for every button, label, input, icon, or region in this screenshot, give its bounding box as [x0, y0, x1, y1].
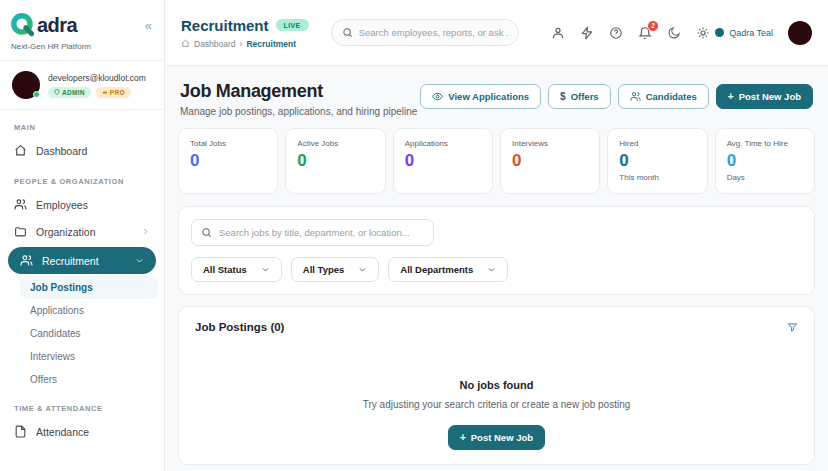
topbar-actions: 2 Qadra Teal: [551, 21, 812, 45]
filter-dropdowns: All Status All Types All Departments: [191, 257, 802, 282]
eye-icon: [432, 91, 443, 102]
theme-color-dot: [715, 28, 724, 37]
live-badge: LIVE: [276, 19, 309, 31]
empty-state: No jobs found Try adjusting your search …: [195, 379, 798, 450]
sidebar-nav: MAIN Dashboard PEOPLE & ORGANIZATION Emp…: [0, 110, 164, 445]
page-header-text: Job Management Manage job postings, appl…: [180, 81, 417, 117]
sidebar-subitem-applications[interactable]: Applications: [0, 299, 164, 322]
help-icon: [609, 26, 623, 40]
stat-sub: This month: [619, 173, 695, 182]
user-email: developers@kloudlot.com: [48, 73, 146, 83]
user-badges: ADMIN PRO: [48, 87, 146, 98]
sidebar: adra « Next-Gen HR Platform developers@k…: [0, 0, 165, 471]
notifications-button[interactable]: 2: [638, 26, 652, 40]
sidebar-item-attendance[interactable]: Attendance: [0, 418, 164, 445]
department-filter-value: All Departments: [400, 264, 473, 275]
jobs-search-input[interactable]: [219, 227, 424, 238]
brand-wordmark: adra: [37, 14, 77, 37]
funnel-icon: [787, 322, 798, 333]
chevron-down-icon: [358, 265, 367, 274]
page-actions: View Applications $ Offers Candidates + …: [420, 84, 813, 109]
admin-badge-label: ADMIN: [62, 89, 85, 96]
avatar: [12, 71, 40, 99]
section-label-time: TIME & ATTENDANCE: [0, 391, 164, 418]
global-search: [331, 19, 519, 46]
stat-card-avg-time-to-hire: Avg. Time to Hire 0 Days: [715, 128, 815, 194]
document-icon: [14, 425, 27, 438]
post-new-job-button[interactable]: + Post New Job: [716, 84, 813, 109]
admin-badge: ADMIN: [48, 87, 91, 98]
gear-icon: [696, 26, 710, 40]
sidebar-subitem-offers[interactable]: Offers: [0, 368, 164, 391]
breadcrumb-current: Recruitment: [246, 39, 296, 49]
brand-logo-icon: [10, 12, 36, 38]
profile-button[interactable]: [551, 26, 565, 40]
sidebar-item-dashboard[interactable]: Dashboard: [0, 137, 164, 164]
moon-icon: [667, 26, 681, 40]
stat-value: 0: [619, 151, 695, 171]
shield-icon: [54, 89, 60, 95]
brand-row: adra «: [0, 0, 164, 40]
sidebar-item-employees[interactable]: Employees: [0, 191, 164, 218]
search-icon: [342, 27, 353, 38]
stat-card-hired: Hired 0 This month: [607, 128, 707, 194]
view-applications-button[interactable]: View Applications: [420, 84, 541, 109]
global-search-input[interactable]: [359, 27, 508, 38]
chevron-right-icon: [141, 227, 150, 236]
sidebar-item-label: Dashboard: [36, 145, 87, 157]
sidebar-item-label: Recruitment: [42, 255, 99, 267]
empty-post-new-job-button[interactable]: + Post New Job: [448, 425, 545, 450]
type-filter-dropdown[interactable]: All Types: [291, 257, 380, 282]
stat-card-total-jobs: Total Jobs 0: [178, 128, 278, 194]
stat-label: Total Jobs: [190, 139, 266, 148]
crown-icon: [102, 89, 108, 95]
department-filter-dropdown[interactable]: All Departments: [388, 257, 508, 282]
post-new-job-label: Post New Job: [739, 91, 801, 102]
collapse-sidebar-button[interactable]: «: [145, 19, 152, 32]
page-title: Job Management: [180, 81, 417, 102]
candidates-button[interactable]: Candidates: [618, 84, 709, 109]
topbar: Recruitment LIVE Dashboard › Recruitment: [165, 0, 828, 66]
user-info: developers@kloudlot.com ADMIN PRO: [48, 73, 146, 98]
offers-button[interactable]: $ Offers: [548, 84, 611, 109]
pro-badge-label: PRO: [110, 89, 125, 96]
chevron-down-icon: [487, 265, 496, 274]
user-profile[interactable]: developers@kloudlot.com ADMIN PRO: [0, 61, 164, 109]
stat-card-applications: Applications 0: [393, 128, 493, 194]
dark-mode-button[interactable]: [667, 26, 681, 40]
sidebar-subitem-job-postings[interactable]: Job Postings: [20, 276, 158, 299]
theme-name-label: Qadra Teal: [729, 28, 773, 38]
stat-value: 0: [190, 151, 266, 171]
app-window: adra « Next-Gen HR Platform developers@k…: [0, 0, 828, 471]
home-icon: [181, 39, 190, 48]
settings-button[interactable]: [696, 26, 710, 40]
sidebar-subitem-interviews[interactable]: Interviews: [0, 345, 164, 368]
quick-actions-button[interactable]: [580, 26, 594, 40]
notification-count-badge: 2: [647, 20, 659, 32]
stat-label: Hired: [619, 139, 695, 148]
job-postings-title: Job Postings (0): [195, 321, 284, 333]
status-filter-value: All Status: [203, 264, 247, 275]
sidebar-item-organization[interactable]: Organization: [0, 218, 164, 245]
breadcrumb-home[interactable]: Dashboard: [194, 39, 236, 49]
jobs-search: [191, 219, 434, 246]
theme-selector[interactable]: Qadra Teal: [696, 26, 773, 40]
type-filter-value: All Types: [303, 264, 345, 275]
stat-card-active-jobs: Active Jobs 0: [285, 128, 385, 194]
stat-label: Interviews: [512, 139, 588, 148]
sidebar-item-recruitment[interactable]: Recruitment: [8, 247, 156, 274]
breadcrumb-separator: ›: [240, 39, 243, 49]
job-postings-panel: Job Postings (0) No jobs found Try adjus…: [178, 306, 815, 465]
user-icon: [551, 26, 565, 40]
main-area: Recruitment LIVE Dashboard › Recruitment: [165, 0, 828, 471]
topbar-titles: Recruitment LIVE Dashboard › Recruitment: [181, 17, 309, 49]
stat-sub: Days: [727, 173, 803, 182]
help-button[interactable]: [609, 26, 623, 40]
status-filter-dropdown[interactable]: All Status: [191, 257, 282, 282]
recruitment-submenu: Job Postings Applications Candidates Int…: [0, 276, 164, 391]
user-avatar[interactable]: [788, 21, 812, 45]
sidebar-subitem-candidates[interactable]: Candidates: [0, 322, 164, 345]
filter-button[interactable]: [787, 322, 798, 333]
view-applications-label: View Applications: [448, 91, 529, 102]
page-section-title: Recruitment: [181, 17, 269, 34]
